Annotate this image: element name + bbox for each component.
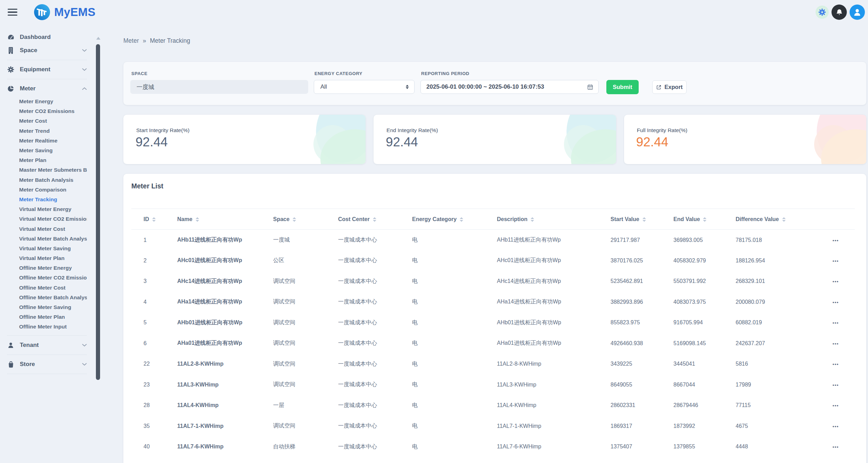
sidebar-item-dashboard[interactable]: Dashboard <box>7 31 87 44</box>
reporting-period-value: 2025-06-01 00:00:00 ~ 2025-06-10 16:07:5… <box>426 83 544 90</box>
column-header-difference-value[interactable]: Difference Value <box>736 209 817 230</box>
row-actions-button[interactable]: ••• <box>833 424 839 429</box>
sidebar-subitem[interactable]: Meter Saving <box>7 146 87 155</box>
column-header-id[interactable]: ID <box>131 209 177 230</box>
cell-end-value: 3445041 <box>673 354 736 375</box>
sidebar-subitem[interactable]: Meter Energy <box>7 97 87 106</box>
cell-name: 11AL7-6-KWHimp <box>177 437 273 457</box>
sidebar-subitem[interactable]: Meter Cost <box>7 116 87 126</box>
brand-logo[interactable]: MyEMS <box>34 4 96 20</box>
cell-space: 调试空间 <box>273 333 338 354</box>
submit-button[interactable]: Submit <box>606 80 639 94</box>
sort-icon[interactable] <box>196 217 199 222</box>
breadcrumb-separator: » <box>143 37 146 44</box>
sidebar-subitem[interactable]: Meter CO2 Emissions <box>7 106 87 116</box>
column-header-energy-category[interactable]: Energy Category <box>412 209 497 230</box>
reporting-period-input[interactable]: 2025-06-01 00:00:00 ~ 2025-06-10 16:07:5… <box>420 80 599 94</box>
hamburger-menu-button[interactable] <box>8 9 17 16</box>
sort-icon[interactable] <box>373 217 376 222</box>
user-icon <box>853 8 862 17</box>
energy-category-value: All <box>320 83 327 90</box>
row-actions-button[interactable]: ••• <box>833 320 839 325</box>
row-actions-button[interactable]: ••• <box>833 279 839 284</box>
divider <box>7 79 87 79</box>
pie-chart-icon <box>7 85 15 92</box>
space-input[interactable]: 一度城 <box>130 80 308 94</box>
cell-space: 调试空间 <box>273 374 338 395</box>
export-button[interactable]: Export <box>652 80 687 94</box>
sidebar-subitem[interactable]: Offline Meter Cost <box>7 283 87 293</box>
sidebar-subitem[interactable]: Offline Meter Batch Analysis <box>7 293 87 302</box>
divider <box>7 60 87 60</box>
cell-start-value: 291717.987 <box>611 230 673 251</box>
sort-icon[interactable] <box>531 217 534 222</box>
sidebar-subitem[interactable]: Meter Comparison <box>7 185 87 195</box>
notifications-button[interactable] <box>832 5 847 20</box>
sidebar-subitem[interactable]: Master Meter Submeters Ba <box>7 165 87 175</box>
sidebar-item-equipment[interactable]: Equipment <box>7 63 87 76</box>
row-actions-button[interactable]: ••• <box>833 300 839 305</box>
row-actions-button[interactable]: ••• <box>833 341 839 346</box>
energy-category-select[interactable]: All <box>314 80 415 94</box>
sort-icon[interactable] <box>782 217 786 222</box>
sidebar-scrollbar-thumb[interactable] <box>96 44 100 380</box>
sidebar-subitem[interactable]: Virtual Meter Energy <box>7 204 87 214</box>
row-actions-button[interactable]: ••• <box>833 382 839 388</box>
cell-id: 40 <box>131 437 177 457</box>
sort-icon[interactable] <box>642 217 646 222</box>
column-header-end-value[interactable]: End Value <box>673 209 736 230</box>
cell-end-value: 1873992 <box>673 416 736 437</box>
breadcrumb-parent[interactable]: Meter <box>123 37 139 44</box>
sidebar-subitem[interactable]: Virtual Meter Saving <box>7 244 87 253</box>
row-actions-button[interactable]: ••• <box>833 238 839 243</box>
column-header-space[interactable]: Space <box>273 209 338 230</box>
scroll-up-arrow-icon[interactable] <box>96 37 100 40</box>
sort-icon[interactable] <box>703 217 706 222</box>
row-actions-button[interactable]: ••• <box>833 362 839 367</box>
sidebar-subitem[interactable]: Meter Tracking <box>7 195 87 204</box>
sidebar-item-space[interactable]: Space <box>7 44 87 57</box>
profile-avatar[interactable] <box>850 5 865 20</box>
row-actions-button[interactable]: ••• <box>833 444 839 449</box>
cell-start-value: 3882993.896 <box>611 292 673 312</box>
cell-id: 28 <box>131 395 177 416</box>
sidebar-subitem[interactable]: Offline Meter Saving <box>7 302 87 312</box>
cell-cost-center: 一度城成本中心 <box>338 271 412 292</box>
column-header-description[interactable]: Description <box>497 209 611 230</box>
cell-id: 1 <box>131 230 177 251</box>
sidebar-subitem[interactable]: Offline Meter CO2 Emission <box>7 273 87 283</box>
sort-icon[interactable] <box>460 217 463 222</box>
cell-name: 11AL4-KWHimp <box>177 395 273 416</box>
sidebar-item-store[interactable]: Store <box>7 358 87 371</box>
row-actions-button[interactable]: ••• <box>833 403 839 408</box>
sort-icon[interactable] <box>152 217 156 222</box>
sidebar-subitem[interactable]: Offline Meter Energy <box>7 263 87 273</box>
row-actions-button[interactable]: ••• <box>833 258 839 263</box>
column-header-start-value[interactable]: Start Value <box>611 209 673 230</box>
sidebar-subitem[interactable]: Virtual Meter CO2 Emission <box>7 214 87 224</box>
cell-description: 11AL4-KWHimp <box>497 395 611 416</box>
settings-button[interactable] <box>816 6 829 19</box>
sidebar-subitem[interactable]: Meter Trend <box>7 126 87 136</box>
sidebar-subitem[interactable]: Meter Batch Analysis <box>7 175 87 185</box>
cell-end-value: 5503791.992 <box>673 271 736 292</box>
column-header-name[interactable]: Name <box>177 209 273 230</box>
sidebar-subitem[interactable]: Meter Realtime <box>7 136 87 146</box>
sidebar-subitem[interactable]: Virtual Meter Batch Analysis <box>7 234 87 244</box>
energy-category-label: ENERGY CATEGORY <box>314 71 362 76</box>
cell-description: AHb11进线柜正向有功Wp <box>497 230 611 251</box>
sidebar-subitem[interactable]: Offline Meter Input <box>7 322 87 332</box>
column-header-cost-center[interactable]: Cost Center <box>338 209 412 230</box>
cell-start-value: 28602331 <box>611 395 673 416</box>
sidebar-item-meter[interactable]: Meter <box>7 82 87 95</box>
sidebar-item-tenant[interactable]: Tenant <box>7 339 87 352</box>
cell-difference-value: 200080.079 <box>736 292 817 312</box>
sort-icon[interactable] <box>293 217 296 222</box>
sidebar-subitem[interactable]: Meter Plan <box>7 155 87 165</box>
cell-id: 6 <box>131 333 177 354</box>
cell-difference-value: 188126.954 <box>736 250 817 271</box>
meter-list-card: Meter List ID Name Space Cost Center Ene… <box>123 174 866 463</box>
sidebar-subitem[interactable]: Offline Meter Plan <box>7 312 87 322</box>
sidebar-subitem[interactable]: Virtual Meter Cost <box>7 224 87 234</box>
sidebar-subitem[interactable]: Virtual Meter Plan <box>7 253 87 263</box>
